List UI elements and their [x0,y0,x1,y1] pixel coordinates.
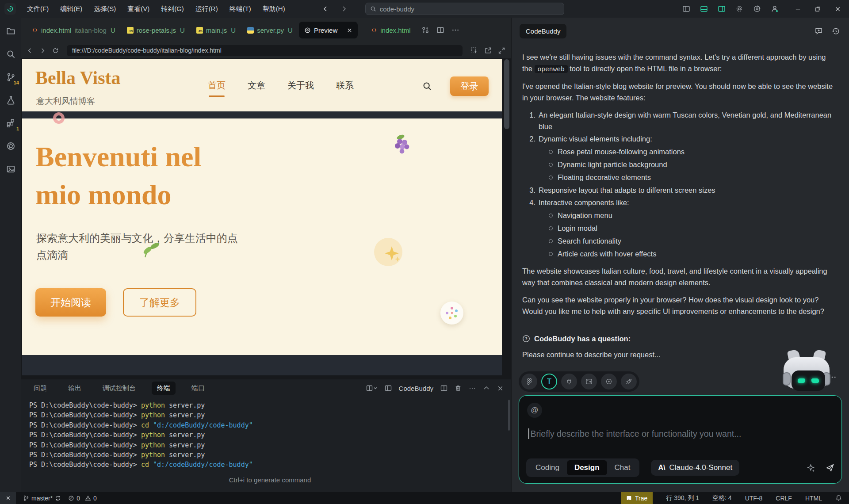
more-actions-icon[interactable] [451,26,459,34]
nav-forward-icon[interactable] [39,47,46,54]
tab-rose-petals-js[interactable]: JS rose-petals.js U [122,22,190,38]
tab-server-py[interactable]: server.py U [242,22,298,38]
menu-run[interactable]: 运行(R) [190,0,224,18]
test-flask-icon[interactable] [5,95,16,105]
mode-coding-button[interactable]: Coding [528,460,567,475]
panel-tab-debug-console[interactable]: 调试控制台 [97,382,141,395]
refresh-icon[interactable] [52,47,59,54]
preview-eye-icon [304,27,311,34]
source-control-icon[interactable]: 14 [5,72,16,82]
search-sidebar-icon[interactable] [5,49,16,59]
menu-go[interactable]: 转到(G) [155,0,190,18]
tab-preview[interactable]: Preview [299,22,358,38]
terminal-instance-label[interactable]: CodeBuddy [399,385,433,392]
compare-changes-icon[interactable] [421,26,429,34]
remote-indicator-icon[interactable] [0,492,16,504]
close-tab-icon[interactable] [347,27,352,33]
nav-home[interactable]: 首页 [208,80,226,92]
mention-at-icon[interactable]: @ [527,403,542,418]
chat-history-icon[interactable] [832,27,840,35]
mode-chat-button[interactable]: Chat [607,460,638,475]
new-chat-icon[interactable] [815,27,823,35]
scm-badge: 14 [14,80,19,85]
encoding-status[interactable]: UTF-8 [745,495,763,502]
panel-tab-problems[interactable]: 问题 [28,382,52,395]
panel-tab-ports[interactable]: 端口 [186,382,210,395]
git-branch-status[interactable]: master* [23,495,61,502]
close-window-icon[interactable] [834,6,841,12]
chat-input-box[interactable]: @ Briefly describe the interface or func… [519,395,842,484]
history-back-icon[interactable] [322,5,329,12]
restore-icon[interactable] [815,6,821,12]
figma-tool-icon[interactable] [521,374,537,389]
indentation-status[interactable]: 空格: 4 [712,494,732,502]
minimize-icon[interactable] [795,6,801,12]
rocket-tool-icon[interactable] [621,374,637,389]
eol-status[interactable]: CRLF [776,495,792,502]
trae-tool-icon[interactable]: T [541,374,557,389]
send-message-icon[interactable] [826,463,834,472]
tab-main-js[interactable]: JS main.js U [191,22,241,38]
split-terminal-icon[interactable] [440,385,447,392]
sports-globe-icon[interactable] [5,141,16,151]
model-selector[interactable]: A\ Claude-4.0-Sonnet [651,460,739,476]
open-external-icon[interactable] [484,47,492,54]
list-item: 2.Dynamic visual elements including: [524,133,838,145]
mode-design-button[interactable]: Design [567,460,607,475]
url-address-input[interactable]: file:///D:/codeBuddy/code-buddy/italian-… [67,45,463,56]
login-button[interactable]: 登录 [450,76,489,96]
menu-help[interactable]: 帮助(H) [257,0,291,18]
browser-preview-icon[interactable] [753,5,761,13]
nav-back-icon[interactable] [27,47,33,54]
menu-terminal[interactable]: 终端(T) [224,0,257,18]
layout-sidebar-right-icon[interactable] [718,5,726,13]
account-user-icon[interactable] [771,5,779,13]
nav-contact[interactable]: 联系 [336,80,354,92]
menu-edit[interactable]: 编辑(E) [54,0,88,18]
cursor-position-status[interactable]: 行 390, 列 1 [666,494,699,502]
notifications-bell-icon[interactable] [835,495,842,501]
command-search-input[interactable]: code-buddy [365,3,564,15]
menu-view[interactable]: 查看(V) [122,0,155,18]
maximize-panel-icon[interactable] [483,385,490,392]
plugin-tool-icon[interactable] [561,374,577,389]
tab-index-html-secondary[interactable]: index.html [366,22,416,38]
inspect-element-icon[interactable] [470,47,478,54]
extensions-icon[interactable]: 1 [5,118,16,128]
menu-file[interactable]: 文件(F) [21,0,54,18]
explorer-icon[interactable] [5,26,16,36]
language-mode-status[interactable]: HTML [805,495,822,502]
nav-about[interactable]: 关于我 [287,80,314,92]
preview-watch-tool-icon[interactable] [601,374,617,389]
layout-sidebar-left-icon[interactable] [682,5,690,13]
tab-detail: italian-blog [74,27,107,34]
nav-articles[interactable]: 文章 [248,80,265,92]
terminal-line: PS D:\codeBuddy\code-buddy> cd "d:/codeB… [29,420,511,430]
sync-changes-icon[interactable] [55,495,61,501]
settings-gear-icon[interactable] [735,5,743,13]
fullscreen-expand-icon[interactable] [498,47,505,54]
enhance-prompt-sparkle-icon[interactable] [807,464,815,472]
trae-status-badge[interactable]: Trae [621,492,653,504]
new-terminal-dropdown-icon[interactable] [366,385,378,392]
image-upload-tool-icon[interactable] [581,374,597,389]
menu-selection[interactable]: 选择(S) [88,0,122,18]
problems-status[interactable]: 0 0 [68,495,97,502]
layout-panel-bottom-icon[interactable] [700,5,708,13]
media-gallery-icon[interactable] [5,164,16,174]
panel-more-icon[interactable] [469,385,476,392]
terminal-output[interactable]: PS D:\codeBuddy\code-buddy> python serve… [21,397,511,492]
tab-index-html-italian-blog[interactable]: index.html italian-blog U [27,22,121,38]
kill-terminal-trash-icon[interactable] [455,385,462,392]
terminal-scrollbar[interactable] [508,400,510,431]
panel-tab-output[interactable]: 输出 [63,382,87,395]
list-subitem: Rose petal mouse-following animations [524,146,838,157]
start-reading-button[interactable]: 开始阅读 [35,288,106,317]
history-forward-icon[interactable] [340,5,348,12]
learn-more-button[interactable]: 了解更多 [123,288,196,317]
site-search-icon[interactable] [422,81,432,91]
split-editor-icon[interactable] [436,26,444,34]
panel-tab-terminal[interactable]: 终端 [152,382,176,395]
close-panel-icon[interactable] [497,385,504,392]
preview-scrollbar[interactable] [504,59,509,129]
